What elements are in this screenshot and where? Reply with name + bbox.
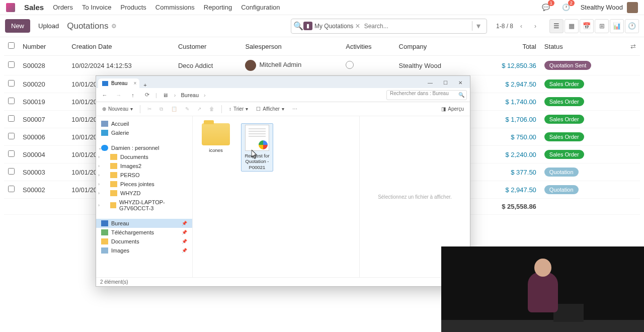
location-icon: 🖥 <box>160 90 171 101</box>
sum-total: $ 25,558.86 <box>473 199 540 215</box>
sidebar-whyzd-laptop[interactable]: ›WHYZD-LAPTOP-G7V6OCCT-3 <box>96 198 192 213</box>
sidebar-images[interactable]: Images📌 <box>96 246 192 255</box>
nav-refresh-icon[interactable]: ⟳ <box>141 90 152 101</box>
search-input[interactable] <box>362 23 472 30</box>
th-customer[interactable]: Customer <box>174 37 242 56</box>
row-checkbox[interactable] <box>8 61 15 68</box>
close-window-button[interactable]: ✕ <box>453 77 468 88</box>
sidebar-documents2[interactable]: Documents📌 <box>96 237 192 246</box>
pin-icon: 📌 <box>182 230 187 235</box>
nav-to-invoice[interactable]: To Invoice <box>82 4 112 11</box>
th-creation[interactable]: Creation Date <box>67 37 174 56</box>
view-list[interactable]: ☰ <box>549 19 564 33</box>
pager-next[interactable]: › <box>529 20 541 32</box>
sidebar-perso[interactable]: ›PERSO <box>96 171 192 180</box>
file-rfq[interactable]: Request for Quotation - P00021 <box>241 123 273 172</box>
status-badge: Sales Order <box>544 150 584 159</box>
breadcrumb: Quotations ⚙ <box>67 21 117 31</box>
sidebar-downloads[interactable]: Téléchargements📌 <box>96 228 192 237</box>
cell-activities[interactable] <box>342 56 394 75</box>
preview-toggle[interactable]: ◨ Aperçu <box>438 105 467 113</box>
view-kanban[interactable]: ▦ <box>565 19 579 33</box>
row-checkbox[interactable] <box>8 186 15 192</box>
search-dropdown[interactable]: ▾ <box>472 21 485 31</box>
cell-number: S00028 <box>19 56 67 75</box>
nav-orders[interactable]: Orders <box>53 4 73 11</box>
th-company[interactable]: Company <box>395 37 474 56</box>
pager-prev[interactable]: ‹ <box>515 20 527 32</box>
explorer-tab[interactable]: Bureau × <box>98 78 139 88</box>
th-activities[interactable]: Activities <box>342 37 394 56</box>
cell-number: S00002 <box>19 181 67 199</box>
sidebar-bureau[interactable]: Bureau📌 <box>96 219 192 228</box>
filter-remove[interactable]: × <box>355 22 360 31</box>
row-checkbox[interactable] <box>8 98 15 104</box>
minimize-button[interactable]: — <box>423 77 438 88</box>
row-checkbox[interactable] <box>8 150 15 157</box>
nav-forward-icon[interactable]: → <box>113 90 124 101</box>
view-pivot[interactable]: ⊞ <box>595 19 609 33</box>
expand-columns-icon[interactable]: ⇄ <box>626 37 640 56</box>
row-checkbox[interactable] <box>8 115 15 122</box>
th-number[interactable]: Number <box>19 37 67 56</box>
maximize-button[interactable]: ☐ <box>438 77 453 88</box>
sidebar-images2[interactable]: ›Images2 <box>96 161 192 171</box>
sidebar-documents[interactable]: ›Documents <box>96 152 192 161</box>
app-logo[interactable] <box>6 3 15 12</box>
row-checkbox[interactable] <box>8 168 15 175</box>
rename-icon: ✎ <box>182 105 192 113</box>
th-salesperson[interactable]: Salesperson <box>241 37 342 56</box>
pin-icon: 📌 <box>182 239 187 244</box>
folder-label: icones <box>200 147 232 153</box>
activities-icon[interactable]: 🕐2 <box>560 2 572 13</box>
sidebar-personal[interactable]: ⌄Damien : personnel <box>96 143 192 152</box>
gear-icon[interactable]: ⚙ <box>111 23 117 30</box>
explorer-file-pane[interactable]: icones Request for Quotation - P00021 <box>193 116 359 277</box>
pin-icon: 📌 <box>182 248 187 253</box>
app-name[interactable]: Sales <box>24 3 44 12</box>
cell-status: Sales Order <box>540 111 626 128</box>
more-menu-button[interactable]: ⋯ <box>289 105 300 113</box>
cell-status: Quotation Sent <box>540 56 626 75</box>
sort-menu-button[interactable]: ↕ Trier ▾ <box>226 105 251 113</box>
new-tab-button[interactable]: + <box>139 82 150 88</box>
table-row[interactable]: S00028 10/02/2024 14:12:53 Deco Addict M… <box>4 56 640 75</box>
explorer-search[interactable]: Rechercher dans : Bureau 🔍 <box>386 90 467 100</box>
view-menu-button[interactable]: ☐ Afficher ▾ <box>253 105 287 113</box>
view-graph[interactable]: 📊 <box>610 19 624 33</box>
nav-configuration[interactable]: Configuration <box>241 4 280 11</box>
clock-icon <box>346 61 354 69</box>
sidebar-whyzd[interactable]: ›WHYZD <box>96 189 192 198</box>
row-checkbox[interactable] <box>8 133 15 139</box>
search-box[interactable]: 🔍 ▮ My Quotations × ▾ <box>291 19 487 34</box>
cell-number: S00020 <box>19 75 67 93</box>
top-nav: Sales Orders To Invoice Products Commiss… <box>0 0 644 15</box>
th-status[interactable]: Status <box>540 37 626 56</box>
nav-up-icon[interactable]: ↑ <box>127 90 138 101</box>
filter-chip[interactable]: ▮ <box>303 22 312 30</box>
cell-total: $ 2,947.50 <box>473 75 540 93</box>
sidebar-home[interactable]: Accueil <box>96 119 192 128</box>
nav-back-icon[interactable]: ← <box>99 90 110 101</box>
view-activity[interactable]: 🕐 <box>625 19 639 33</box>
messages-icon[interactable]: 💬1 <box>540 2 551 13</box>
sidebar-gallery[interactable]: Galerie <box>96 128 192 137</box>
cell-company: Stealthy Wood <box>395 56 474 75</box>
explorer-sidebar: Accueil Galerie ⌄Damien : personnel ›Doc… <box>96 116 193 277</box>
nav-commissions[interactable]: Commissions <box>155 4 195 11</box>
upload-button[interactable]: Upload <box>34 19 63 33</box>
action-bar: New Upload Quotations ⚙ 🔍 ▮ My Quotation… <box>0 15 644 37</box>
sidebar-pieces[interactable]: ›Pieces jointes <box>96 180 192 189</box>
select-all-checkbox[interactable] <box>8 42 15 49</box>
new-button[interactable]: New <box>5 19 30 33</box>
row-checkbox[interactable] <box>8 80 15 87</box>
user-menu[interactable]: Stealthy Wood <box>581 2 638 13</box>
th-total[interactable]: Total <box>473 37 540 56</box>
view-calendar[interactable]: 📅 <box>580 19 594 33</box>
nav-reporting[interactable]: Reporting <box>204 4 232 11</box>
close-tab-icon[interactable]: × <box>133 80 136 86</box>
folder-icones[interactable]: icones <box>200 123 232 153</box>
nav-products[interactable]: Products <box>120 4 146 11</box>
new-menu-button[interactable]: ⊕ Nouveau ▾ <box>99 105 136 113</box>
breadcrumb-bureau[interactable]: Bureau <box>179 92 201 98</box>
